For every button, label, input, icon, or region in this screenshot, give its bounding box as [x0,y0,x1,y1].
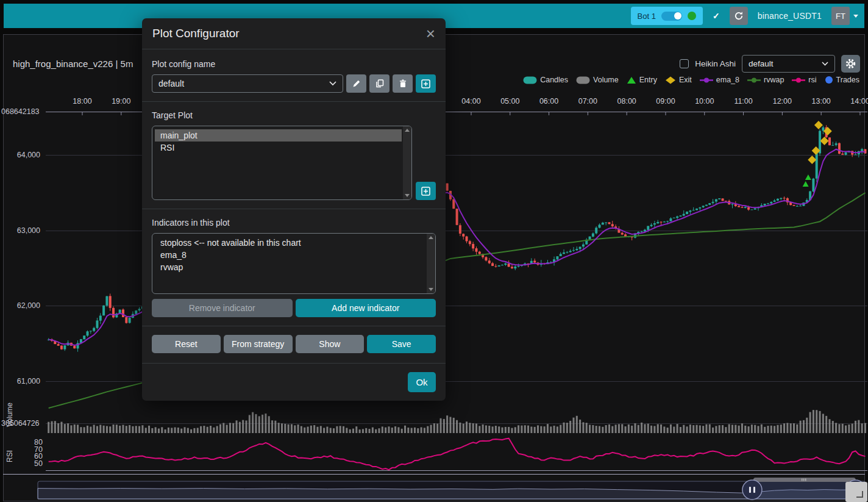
legend-item-volume[interactable]: Volume [576,76,619,84]
user-avatar[interactable]: FT [831,7,850,25]
candles-swatch-icon [523,76,537,84]
trash-icon [399,79,407,88]
exit-marker [824,127,832,135]
exit-marker [820,137,828,145]
ema_8-line-icon [700,76,713,84]
listbox-scrollbar[interactable] [427,234,435,293]
show-button[interactable]: Show [296,335,365,353]
delete-config-button[interactable] [393,74,413,93]
scroll-up-icon[interactable] [405,129,410,132]
chart-legend: CandlesVolumeEntryExitema_8rvwaprsiTrade… [523,76,859,84]
modal-title: Plot Configurator [152,27,240,40]
horizontal-scrollbar[interactable] [753,478,856,482]
legend-label: Candles [540,76,568,84]
rsi-pane-label: RSI [5,450,14,462]
time-tick-label: 06:00 [539,97,558,106]
listbox-scrollbar[interactable] [403,126,411,199]
volume-pane-label: Volume [5,403,14,427]
plot-config-name-label: Plot config name [152,59,436,69]
indicator-item[interactable]: stoploss <-- not available in this chart [155,237,425,249]
account-label: binance_USDT1 [758,11,822,21]
legend-label: ema_8 [716,76,739,84]
navigator-selected-window[interactable] [752,481,856,499]
close-button[interactable]: × [426,27,435,40]
legend-label: rvwap [764,76,784,84]
indicators-listbox[interactable]: stoploss <-- not available in this chart… [152,233,436,294]
chevron-down-icon [822,62,828,66]
strategy-pair-title: high_frog_binance_v226 | 5m [13,59,133,69]
scroll-up-icon[interactable] [429,236,433,239]
remove-indicator-button[interactable]: Remove indicator [152,299,293,317]
bot-selector-pill[interactable]: Bot 1 [631,7,703,25]
target-plot-item-main_plot[interactable]: main_plot [155,129,402,142]
time-tick-label: 19:00 [112,97,130,106]
price-tick-label: 63,000 [17,226,40,235]
time-tick-label: 08:00 [617,97,636,106]
config-name-select[interactable]: default [152,74,343,93]
rvwap-line-icon [747,76,761,84]
rsi-line [49,439,866,470]
legend-label: Exit [679,76,692,84]
legend-item-rvwap[interactable]: rvwap [747,76,784,84]
plot-config-select-value: default [749,59,774,68]
add-new-indicator-button[interactable]: Add new indicator [296,299,436,317]
duplicate-config-button[interactable] [369,74,390,93]
legend-item-entry[interactable]: Entry [627,76,657,84]
gear-icon [845,59,856,69]
rename-config-button[interactable] [346,74,366,93]
exit-marker [808,156,816,164]
scroll-down-icon[interactable] [405,194,410,197]
time-tick-label: 07:00 [578,97,597,106]
price-axis: 06864218364,00063,00062,00061,0003050647… [1,107,43,468]
scroll-down-icon[interactable] [429,288,433,291]
time-tick-label: 04:00 [461,97,480,106]
legend-label: Volume [593,76,619,84]
plot-settings-button[interactable] [841,55,860,73]
pencil-icon [352,79,361,88]
legend-item-candles[interactable]: Candles [523,76,568,84]
add-subplot-button[interactable] [416,182,436,200]
plus-square-icon [421,187,430,196]
bot-toggle[interactable] [661,12,682,21]
legend-item-trades[interactable]: Trades [825,76,859,84]
target-plot-listbox[interactable]: main_plotRSI [152,126,412,200]
refresh-button[interactable] [730,7,748,25]
legend-item-ema_8[interactable]: ema_8 [700,76,739,84]
add-config-button[interactable] [416,74,436,93]
ok-button[interactable]: Ok [408,372,436,392]
rsi-line-icon [792,76,805,84]
time-tick-label: 14:00 [850,97,868,106]
exit-diamond-icon [665,76,676,84]
config-name-select-value: default [158,79,184,88]
save-button[interactable]: Save [367,335,436,353]
price-tick-label: 62,000 [17,301,40,310]
indicator-item[interactable]: ema_8 [155,249,425,261]
plot-config-select[interactable]: default [742,55,835,73]
navigator-left-handle[interactable] [742,480,762,500]
legend-item-rsi[interactable]: rsi [792,76,816,84]
from-strategy-button[interactable]: From strategy [224,335,293,353]
volume-swatch-icon [576,76,590,84]
legend-label: rsi [808,76,816,84]
copy-icon [375,79,384,88]
resize-corner-handle[interactable] [845,482,867,502]
toggle-knob [674,12,681,20]
time-tick-label: 10:00 [695,97,714,106]
plus-square-icon [421,79,430,88]
time-tick-label: 12:00 [773,97,792,106]
datazoom-navigator[interactable] [38,478,866,499]
legend-label: Trades [836,76,859,84]
legend-item-exit[interactable]: Exit [665,76,692,84]
price-tick-label: 068642183 [1,107,40,116]
reset-button[interactable]: Reset [152,335,221,353]
entry-marker [803,181,809,187]
entry-marker [805,174,811,180]
heikin-ashi-checkbox[interactable] [680,59,689,68]
bot-online-dot [688,12,696,20]
time-tick-label: 13:00 [812,97,831,106]
volume-series [48,410,866,433]
indicator-item[interactable]: rvwap [155,261,425,273]
price-tick-label: 64,000 [17,151,40,159]
target-plot-item-rsi[interactable]: RSI [155,142,402,154]
chevron-down-icon[interactable] [853,15,858,18]
